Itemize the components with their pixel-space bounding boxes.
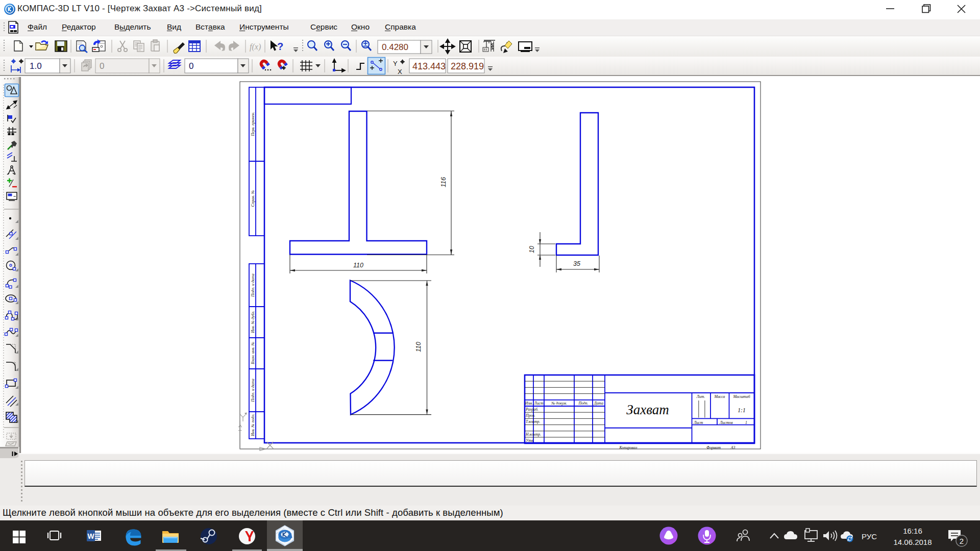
svg-text:110: 110 (353, 262, 363, 269)
svg-text:35: 35 (573, 260, 580, 267)
svg-text:Подп. и дата: Подп. и дата (251, 379, 255, 403)
svg-text:РУС: РУС (862, 532, 877, 541)
svg-text:Подп. и дата: Подп. и дата (251, 273, 255, 297)
svg-text:Разраб.: Разраб. (525, 407, 538, 412)
svg-text:0: 0 (100, 61, 104, 71)
svg-text:413.443: 413.443 (412, 61, 446, 71)
svg-text:Листов: Листов (719, 420, 733, 425)
svg-text:Пров.: Пров. (525, 413, 535, 418)
svg-text:Инв. № подл.: Инв. № подл. (251, 414, 255, 437)
svg-text:Т.контр.: Т.контр. (526, 419, 540, 424)
svg-text:Масштаб: Масштаб (732, 394, 750, 399)
svg-text:Копировал: Копировал (619, 445, 638, 450)
svg-text:1:1: 1:1 (738, 407, 745, 413)
svg-text:0: 0 (189, 61, 193, 71)
svg-text:X: X (398, 68, 402, 76)
svg-text:2: 2 (960, 537, 964, 545)
svg-text:Н.контр.: Н.контр. (525, 432, 541, 437)
svg-text:Формат: Формат (706, 445, 721, 450)
svg-text:Подп.: Подп. (578, 401, 588, 406)
svg-text:110: 110 (415, 342, 422, 352)
svg-text:Y: Y (393, 60, 398, 67)
svg-text:Захват: Захват (626, 402, 669, 417)
svg-text:228.919: 228.919 (451, 61, 484, 71)
svg-text:Утв.: Утв. (526, 438, 534, 443)
svg-text:14.06.2018: 14.06.2018 (893, 538, 932, 546)
svg-text:Масса: Масса (714, 394, 725, 399)
svg-text:?: ? (277, 41, 283, 52)
svg-text:1: 1 (745, 420, 747, 425)
svg-text:Лит.: Лит. (696, 394, 705, 399)
svg-text:Изм.: Изм. (525, 401, 533, 406)
svg-text:№ докум.: № докум. (551, 401, 567, 406)
svg-text:1.0: 1.0 (30, 61, 42, 71)
svg-text:16:16: 16:16 (903, 527, 922, 535)
svg-text:Дата: Дата (594, 401, 604, 406)
svg-text:Взам. инв. №: Взам. инв. № (251, 342, 255, 365)
svg-text:Инв. № дубл.: Инв. № дубл. (251, 311, 255, 334)
svg-text:А3: А3 (730, 445, 736, 450)
svg-text:Лист: Лист (533, 401, 544, 406)
svg-text:0.4280: 0.4280 (382, 42, 408, 52)
svg-text:10: 10 (528, 246, 535, 253)
svg-text:f(x): f(x) (250, 42, 261, 52)
svg-text:Перв. примен.: Перв. примен. (251, 112, 255, 136)
svg-text:116: 116 (440, 177, 447, 187)
svg-text:Справ. №: Справ. № (251, 190, 255, 207)
svg-text:W: W (87, 532, 94, 540)
svg-text:Лист: Лист (693, 420, 703, 425)
